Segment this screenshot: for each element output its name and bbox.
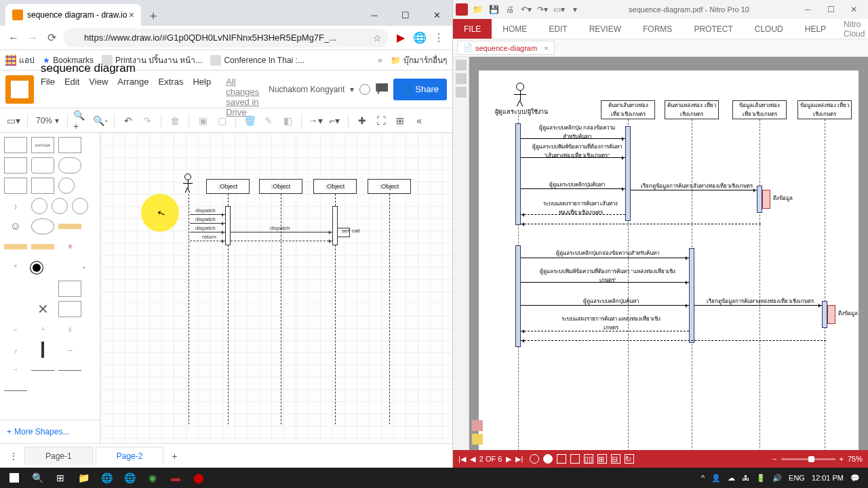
save-icon[interactable]: 💾 — [487, 3, 500, 16]
chrome-icon-2[interactable]: 🌐 — [118, 468, 141, 488]
activation-bar[interactable] — [332, 206, 338, 245]
shape-rect[interactable] — [4, 178, 27, 194]
shape-rect[interactable] — [31, 178, 54, 194]
message-arrow[interactable] — [190, 241, 225, 241]
comment-icon[interactable] — [376, 83, 388, 96]
language-indicator[interactable]: ENG — [789, 474, 805, 482]
page-menu-icon[interactable]: ⋮ — [5, 448, 22, 464]
object-box[interactable]: :Object — [313, 179, 357, 194]
back-button[interactable]: ← — [4, 28, 23, 47]
share-button[interactable]: 👤 Share — [393, 79, 447, 100]
window-maximize-button[interactable]: ☐ — [819, 1, 842, 18]
canvas[interactable]: ↖ :Object :Object :Object :Object — [100, 133, 452, 443]
message-arrow[interactable] — [231, 241, 332, 241]
new-tab-button[interactable]: + — [144, 7, 163, 26]
shape-arrow[interactable] — [31, 370, 54, 371]
message-arrow[interactable] — [190, 232, 225, 232]
shape-arrow[interactable] — [58, 370, 81, 371]
bookmarks-panel-icon[interactable] — [456, 73, 467, 84]
shape-arrow[interactable] — [4, 390, 27, 391]
shape-corner[interactable]: ┌ — [4, 342, 27, 358]
nitro-icon[interactable]: ▬ — [164, 468, 187, 488]
forward-button[interactable]: → — [23, 28, 42, 47]
shape-dot[interactable]: • — [73, 259, 96, 275]
message-label[interactable]: return — [202, 234, 216, 240]
activation-bar[interactable] — [225, 206, 231, 245]
zoom-in-icon[interactable]: 🔍+ — [73, 113, 90, 129]
line-color-icon[interactable]: ✎ — [260, 113, 277, 129]
self-call[interactable] — [338, 228, 350, 237]
add-page-icon[interactable]: + — [166, 448, 182, 464]
message-label[interactable]: dispatch — [195, 216, 216, 222]
window-minimize-button[interactable]: ─ — [796, 1, 819, 18]
shape-round[interactable] — [31, 157, 54, 174]
shape-corner[interactable]: ⌐ — [4, 321, 27, 338]
clock[interactable]: 12:01 PM — [812, 474, 844, 482]
shape-rect[interactable] — [4, 301, 27, 317]
window-close-button[interactable]: ✕ — [421, 4, 452, 26]
browser-tab[interactable]: sequence diagram - draw.io × — [5, 4, 141, 26]
tool-icon[interactable] — [543, 454, 553, 464]
shape-pin[interactable]: ⚲ — [58, 239, 81, 255]
zoom-slider[interactable] — [781, 458, 835, 460]
waypoint-icon[interactable]: ⌐▾ — [326, 113, 342, 129]
shape-rect[interactable] — [58, 137, 81, 153]
redo-icon[interactable]: ↷▾ — [536, 3, 549, 16]
page-tab-active[interactable]: Page-2 — [96, 447, 164, 465]
redo-icon[interactable]: ↷ — [139, 113, 155, 129]
other-bookmarks[interactable]: 📁บุ๊กมาร์กอื่นๆ — [391, 54, 447, 66]
collapse-icon[interactable]: « — [411, 113, 427, 129]
chrome-icon[interactable]: 🌐 — [95, 468, 118, 488]
nitro-cloud-link[interactable]: Nitro Cloud — [837, 19, 868, 39]
diagram-actor[interactable] — [183, 174, 193, 195]
ribbon-tab-help[interactable]: HELP — [794, 19, 837, 39]
shape-note[interactable] — [58, 301, 81, 317]
print-icon[interactable]: 🖨 — [503, 3, 517, 16]
page-indicator[interactable]: 2 OF 6 — [479, 455, 502, 463]
view-grid2-icon[interactable]: ⊟ — [611, 454, 620, 464]
ribbon-tab-protect[interactable]: PROTECT — [683, 19, 743, 39]
reload-button[interactable]: ⟳ — [42, 28, 61, 47]
message-label[interactable]: dispatch — [270, 225, 290, 231]
document-tab[interactable]: 📄sequence-diagram × — [457, 41, 555, 55]
shape-rect[interactable] — [58, 281, 81, 297]
rotate-icon[interactable]: ↻ — [625, 454, 634, 464]
shape-ellipse[interactable] — [31, 218, 54, 235]
message-label[interactable]: dispatch — [195, 207, 216, 214]
document-title[interactable]: sequence diagram — [41, 62, 269, 75]
delete-icon[interactable]: 🗑 — [167, 113, 183, 129]
extension-icon[interactable]: ▶ — [391, 28, 410, 47]
extension-icon-2[interactable]: 🌐 — [410, 28, 429, 47]
shape-final[interactable] — [33, 264, 41, 272]
pdf-viewport[interactable]: ผู้ดูแลระบบ/ผู้ใช้งาน ค้นหาเส้นทางท่อง เ… — [469, 57, 868, 450]
task-view-icon[interactable]: ⊞ — [49, 468, 72, 488]
shape-entity[interactable] — [72, 198, 88, 214]
zoom-out-icon[interactable]: − — [772, 455, 776, 463]
message-arrow[interactable] — [231, 232, 332, 232]
ribbon-tab-review[interactable]: REVIEW — [578, 19, 632, 39]
note-icon[interactable] — [472, 434, 483, 445]
shape-circle[interactable] — [58, 178, 75, 194]
window-minimize-button[interactable]: ─ — [359, 4, 390, 26]
object-box[interactable]: :Object — [206, 179, 250, 194]
window-maximize-button[interactable]: ☐ — [390, 4, 421, 26]
ribbon-tab-home[interactable]: HOME — [492, 19, 538, 39]
tool-icon[interactable] — [530, 454, 539, 464]
search-icon[interactable]: 🔍 — [26, 468, 49, 488]
next-page-icon[interactable]: ▶ — [506, 455, 511, 464]
address-bar[interactable] — [64, 28, 389, 47]
shape-package[interactable]: package — [31, 137, 54, 153]
undo-icon[interactable]: ↶ — [120, 113, 136, 129]
close-tab-icon[interactable]: × — [129, 9, 134, 20]
to-front-icon[interactable]: ▣ — [195, 113, 211, 129]
shape-bound[interactable] — [31, 198, 47, 214]
connection-icon[interactable]: →▾ — [307, 113, 323, 129]
first-page-icon[interactable]: |◀ — [458, 455, 466, 464]
message-arrow[interactable] — [190, 223, 225, 224]
battery-icon[interactable]: 🔋 — [756, 474, 766, 483]
object-box[interactable]: :Object — [259, 179, 302, 194]
view-menu-icon[interactable]: ▭▾ — [5, 113, 22, 129]
shape-rect[interactable] — [4, 157, 27, 174]
pages-panel-icon[interactable] — [456, 60, 467, 70]
shape-bar[interactable] — [31, 244, 54, 249]
